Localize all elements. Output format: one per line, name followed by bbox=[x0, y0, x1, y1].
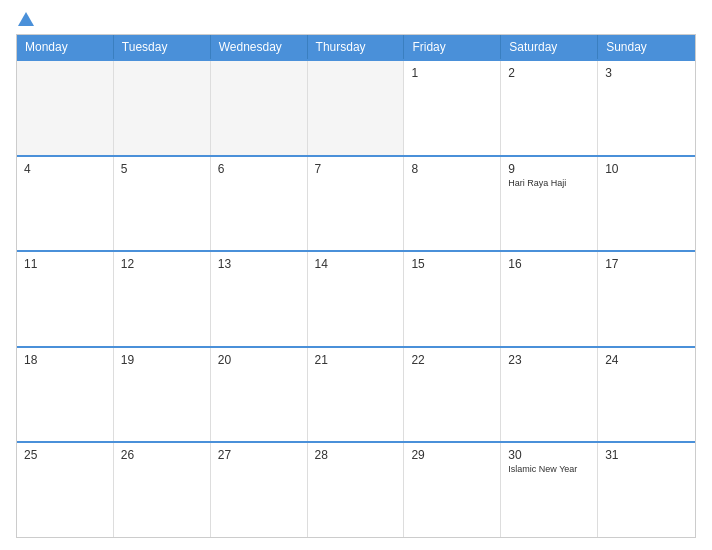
day-number: 31 bbox=[605, 448, 688, 462]
day-number: 4 bbox=[24, 162, 106, 176]
cal-cell: 23 bbox=[501, 348, 598, 442]
day-number: 30 bbox=[508, 448, 590, 462]
day-number: 29 bbox=[411, 448, 493, 462]
day-number: 28 bbox=[315, 448, 397, 462]
cal-cell bbox=[114, 61, 211, 155]
day-number: 5 bbox=[121, 162, 203, 176]
cal-cell: 19 bbox=[114, 348, 211, 442]
day-number: 7 bbox=[315, 162, 397, 176]
week-row-3: 11121314151617 bbox=[17, 250, 695, 346]
cal-cell: 14 bbox=[308, 252, 405, 346]
cal-cell: 9Hari Raya Haji bbox=[501, 157, 598, 251]
day-number: 6 bbox=[218, 162, 300, 176]
day-number: 22 bbox=[411, 353, 493, 367]
cal-cell: 7 bbox=[308, 157, 405, 251]
header-day-tuesday: Tuesday bbox=[114, 35, 211, 59]
day-number: 15 bbox=[411, 257, 493, 271]
header-day-sunday: Sunday bbox=[598, 35, 695, 59]
cal-cell: 13 bbox=[211, 252, 308, 346]
day-number: 23 bbox=[508, 353, 590, 367]
header-day-wednesday: Wednesday bbox=[211, 35, 308, 59]
cal-cell: 6 bbox=[211, 157, 308, 251]
header-day-saturday: Saturday bbox=[501, 35, 598, 59]
header-day-monday: Monday bbox=[17, 35, 114, 59]
day-number: 17 bbox=[605, 257, 688, 271]
week-row-5: 252627282930Islamic New Year31 bbox=[17, 441, 695, 537]
day-number: 13 bbox=[218, 257, 300, 271]
calendar-body: 123456789Hari Raya Haji10111213141516171… bbox=[17, 59, 695, 537]
cal-cell bbox=[17, 61, 114, 155]
day-number: 18 bbox=[24, 353, 106, 367]
day-number: 20 bbox=[218, 353, 300, 367]
day-number: 9 bbox=[508, 162, 590, 176]
day-number: 11 bbox=[24, 257, 106, 271]
cal-cell: 16 bbox=[501, 252, 598, 346]
cal-cell: 26 bbox=[114, 443, 211, 537]
header-day-thursday: Thursday bbox=[308, 35, 405, 59]
day-number: 21 bbox=[315, 353, 397, 367]
cal-cell: 5 bbox=[114, 157, 211, 251]
day-number: 26 bbox=[121, 448, 203, 462]
header bbox=[16, 12, 696, 26]
calendar: MondayTuesdayWednesdayThursdayFridaySatu… bbox=[16, 34, 696, 538]
day-number: 10 bbox=[605, 162, 688, 176]
calendar-page: MondayTuesdayWednesdayThursdayFridaySatu… bbox=[0, 0, 712, 550]
logo-triangle-icon bbox=[18, 12, 34, 26]
logo bbox=[16, 12, 34, 26]
week-row-2: 456789Hari Raya Haji10 bbox=[17, 155, 695, 251]
day-number: 16 bbox=[508, 257, 590, 271]
cal-cell: 30Islamic New Year bbox=[501, 443, 598, 537]
cal-cell: 21 bbox=[308, 348, 405, 442]
cal-cell: 20 bbox=[211, 348, 308, 442]
day-number: 2 bbox=[508, 66, 590, 80]
cal-cell: 28 bbox=[308, 443, 405, 537]
cal-cell bbox=[308, 61, 405, 155]
day-number: 8 bbox=[411, 162, 493, 176]
cal-cell: 31 bbox=[598, 443, 695, 537]
cal-cell: 2 bbox=[501, 61, 598, 155]
holiday-label: Islamic New Year bbox=[508, 464, 590, 475]
cal-cell: 18 bbox=[17, 348, 114, 442]
cal-cell: 8 bbox=[404, 157, 501, 251]
day-number: 19 bbox=[121, 353, 203, 367]
cal-cell: 25 bbox=[17, 443, 114, 537]
cal-cell: 15 bbox=[404, 252, 501, 346]
week-row-4: 18192021222324 bbox=[17, 346, 695, 442]
cal-cell: 17 bbox=[598, 252, 695, 346]
day-number: 27 bbox=[218, 448, 300, 462]
day-number: 1 bbox=[411, 66, 493, 80]
cal-cell: 24 bbox=[598, 348, 695, 442]
holiday-label: Hari Raya Haji bbox=[508, 178, 590, 189]
day-number: 25 bbox=[24, 448, 106, 462]
cal-cell: 10 bbox=[598, 157, 695, 251]
cal-cell bbox=[211, 61, 308, 155]
calendar-header: MondayTuesdayWednesdayThursdayFridaySatu… bbox=[17, 35, 695, 59]
cal-cell: 22 bbox=[404, 348, 501, 442]
day-number: 12 bbox=[121, 257, 203, 271]
cal-cell: 27 bbox=[211, 443, 308, 537]
week-row-1: 123 bbox=[17, 59, 695, 155]
day-number: 14 bbox=[315, 257, 397, 271]
cal-cell: 11 bbox=[17, 252, 114, 346]
header-day-friday: Friday bbox=[404, 35, 501, 59]
day-number: 24 bbox=[605, 353, 688, 367]
cal-cell: 29 bbox=[404, 443, 501, 537]
cal-cell: 3 bbox=[598, 61, 695, 155]
cal-cell: 4 bbox=[17, 157, 114, 251]
day-number: 3 bbox=[605, 66, 688, 80]
cal-cell: 1 bbox=[404, 61, 501, 155]
cal-cell: 12 bbox=[114, 252, 211, 346]
